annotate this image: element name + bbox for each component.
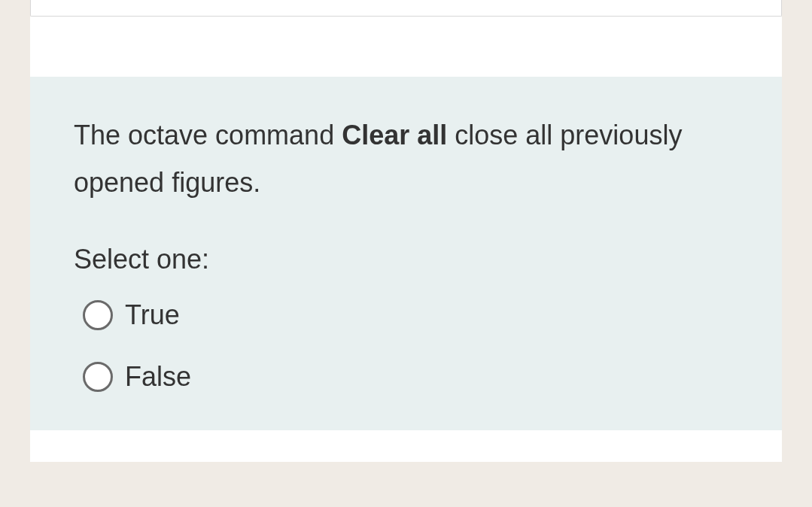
question-block: The octave command Clear all close all p… — [30, 77, 782, 430]
white-space — [30, 17, 782, 77]
question-text-before: The octave command — [74, 120, 342, 150]
radio-false[interactable] — [83, 362, 113, 392]
options-group: True False — [74, 299, 738, 393]
question-text: The octave command Clear all close all p… — [74, 111, 738, 206]
select-prompt: Select one: — [74, 244, 738, 275]
page-wrapper: The octave command Clear all close all p… — [0, 0, 812, 507]
option-label-true[interactable]: True — [125, 299, 180, 331]
radio-true[interactable] — [83, 300, 113, 330]
bottom-white-space — [30, 430, 782, 462]
question-text-bold: Clear all — [342, 120, 447, 150]
option-row-true: True — [83, 299, 738, 331]
top-panel-edge — [30, 0, 782, 17]
option-row-false: False — [83, 361, 738, 393]
option-label-false[interactable]: False — [125, 361, 191, 393]
